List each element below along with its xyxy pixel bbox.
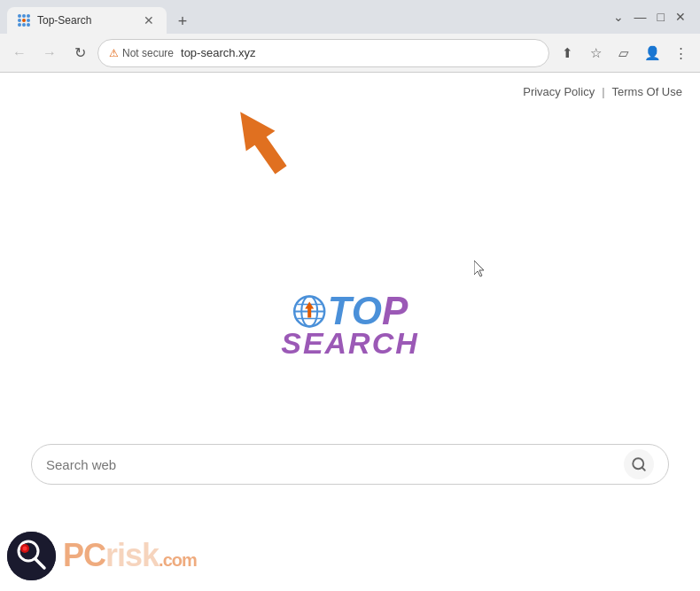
tab-close-button[interactable]: ✕ [142, 13, 156, 27]
globe-icon [292, 294, 326, 328]
search-bar [31, 444, 669, 485]
top-right-links: Privacy Policy | Terms Of Use [523, 85, 682, 98]
terms-of-use-link[interactable]: Terms Of Use [612, 85, 682, 98]
browser-window: Top-Search ✕ + ⌄ — □ ✕ ← → ↻ ⚠ Not secur… [0, 0, 700, 591]
risk-text: risk [105, 537, 159, 573]
search-input[interactable] [46, 457, 624, 472]
page-content: Privacy Policy | Terms Of Use [0, 73, 700, 591]
svg-point-13 [23, 546, 27, 550]
menu-button[interactable]: ⋮ [668, 41, 693, 66]
security-label: Not secure [122, 47, 174, 59]
nav-actions: ⬆ ☆ ▱ 👤 ⋮ [555, 41, 693, 66]
address-text: top-search.xyz [181, 46, 538, 59]
search-bar-container [31, 444, 669, 485]
profile-button[interactable]: 👤 [640, 41, 665, 66]
domain-text: .com [159, 550, 197, 570]
svg-line-8 [642, 467, 644, 470]
pcrisk-icon [7, 532, 56, 580]
link-divider: | [602, 85, 604, 98]
close-button[interactable]: ✕ [675, 10, 686, 24]
window-controls: ⌄ — □ ✕ [613, 10, 693, 24]
new-tab-button[interactable]: + [170, 9, 195, 34]
split-view-button[interactable]: ▱ [611, 41, 636, 66]
privacy-policy-link[interactable]: Privacy Policy [523, 85, 595, 98]
bookmark-button[interactable]: ☆ [583, 41, 608, 66]
title-bar: Top-Search ✕ + ⌄ — □ ✕ [0, 0, 700, 34]
security-warning-icon: ⚠ Not secure [109, 47, 174, 59]
reload-button[interactable]: ↻ [67, 41, 92, 66]
address-bar[interactable]: ⚠ Not secure top-search.xyz [97, 39, 549, 67]
share-button[interactable]: ⬆ [555, 41, 579, 66]
tab-title: Top-Search [37, 14, 135, 27]
navigation-bar: ← → ↻ ⚠ Not secure top-search.xyz ⬆ ☆ ▱ … [0, 34, 700, 73]
tab-strip: Top-Search ✕ + [7, 0, 610, 34]
pcrisk-text: PCrisk.com [63, 537, 197, 574]
svg-marker-0 [226, 102, 296, 180]
site-logo: T O P SEARCH [281, 289, 419, 361]
pcrisk-watermark: PCrisk.com [0, 520, 222, 591]
maximize-button[interactable]: □ [657, 10, 665, 24]
forward-button[interactable]: → [37, 41, 62, 66]
minimize-button[interactable]: — [634, 10, 647, 24]
logo-search-text: SEARCH [281, 326, 419, 361]
back-button[interactable]: ← [7, 41, 32, 66]
svg-point-9 [7, 532, 56, 580]
mouse-cursor [474, 261, 488, 278]
active-tab[interactable]: Top-Search ✕ [7, 7, 167, 34]
pc-text: PC [63, 537, 105, 573]
search-button[interactable] [624, 449, 654, 479]
arrow-indicator [217, 99, 297, 191]
tab-favicon [18, 14, 30, 27]
